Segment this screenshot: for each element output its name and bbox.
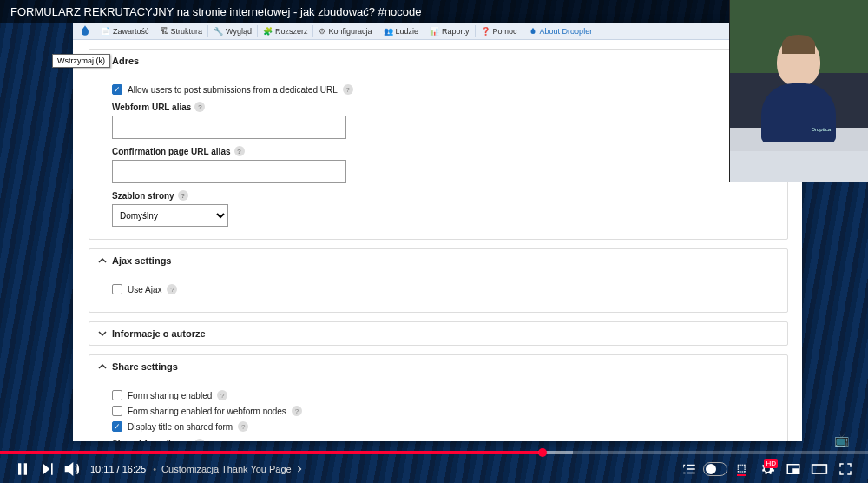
label-shared-theme: Shared form theme? <box>112 439 779 441</box>
people-icon: 👥 <box>384 27 393 36</box>
checkbox-label: Form sharing enabled <box>128 391 212 400</box>
video-title: FORMULARZ REKRUTACYJNY na stronie intern… <box>10 5 422 18</box>
shirt-logo: Droptica <box>812 127 831 132</box>
drupal-logo-icon <box>78 24 92 38</box>
toolbar-item-konfiguracja[interactable]: ⚙Konfiguracja <box>313 23 377 39</box>
checkbox-display-title[interactable]: ✓ Display title on shared form ? <box>112 421 779 432</box>
toolbar-label: Rozszerz <box>275 27 308 36</box>
select-template[interactable]: Domyślny <box>112 204 228 227</box>
appearance-icon: 🔧 <box>214 27 223 36</box>
toolbar-item-ludzie[interactable]: 👥Ludzie <box>378 23 424 39</box>
help-icon[interactable]: ? <box>238 421 248 432</box>
input-webform-alias[interactable] <box>112 116 346 139</box>
checkbox-label: Display title on shared form <box>128 422 233 432</box>
label-template: Szablon strony? <box>112 190 779 201</box>
toolbar-label: Konfiguracja <box>328 27 372 36</box>
help-icon[interactable]: ? <box>234 146 245 156</box>
form-content: Adres ✓ Allow users to post submissions … <box>73 40 802 441</box>
section-adres: Adres ✓ Allow users to post submissions … <box>89 49 788 240</box>
volume-button[interactable] <box>59 457 83 481</box>
toolbar-label: Raporty <box>442 27 470 36</box>
player-controls: 10:11 / 16:25 • Customizacja Thank You P… <box>0 454 868 483</box>
toolbar-label: About Droopler <box>540 27 593 36</box>
admin-toolbar: 📄Zawartość 🏗Struktura 🔧Wygląd 🧩Rozszerz … <box>73 23 802 40</box>
section-title: Ajax settings <box>112 255 171 266</box>
pause-button[interactable] <box>10 457 35 481</box>
section-header-ajax[interactable]: Ajax settings <box>89 249 787 272</box>
droopler-icon <box>529 27 537 36</box>
section-title: Share settings <box>112 361 178 372</box>
extend-icon: 🧩 <box>263 27 273 36</box>
pause-tooltip: Wstrzymaj (k) <box>52 54 110 68</box>
help-icon[interactable]: ? <box>167 284 177 294</box>
help-icon[interactable]: ? <box>217 390 227 400</box>
content-icon: 📄 <box>101 27 110 36</box>
toolbar-label: Pomoc <box>493 27 517 36</box>
fullscreen-button[interactable] <box>833 457 858 481</box>
chevron-down-icon <box>98 329 107 338</box>
presenter-figure: Droptica <box>761 36 836 141</box>
toolbar-label: Zawartość <box>113 27 149 36</box>
captions-button[interactable]: ⬚ <box>729 457 753 481</box>
input-confirm-alias[interactable] <box>112 160 346 183</box>
chevron-up-icon <box>98 256 107 265</box>
presenter-webcam: Droptica <box>729 0 868 182</box>
next-button[interactable] <box>35 457 59 481</box>
svg-rect-2 <box>793 469 798 473</box>
chapters-button[interactable] <box>677 457 701 481</box>
reports-icon: 📊 <box>430 27 439 36</box>
section-header-adres[interactable]: Adres <box>89 50 787 72</box>
toolbar-label: Ludzie <box>396 27 419 36</box>
ambient-mode-icon[interactable]: 📺 <box>834 433 849 447</box>
section-title: Informacje o autorze <box>112 328 206 339</box>
checkbox-allow-url[interactable]: ✓ Allow users to post submissions from a… <box>112 84 779 95</box>
checkbox-label: Allow users to post submissions from a d… <box>128 85 338 95</box>
config-icon: ⚙ <box>319 27 326 36</box>
checkbox-icon <box>112 390 122 400</box>
settings-button[interactable]: HD <box>755 457 779 481</box>
toolbar-item-zawartosc[interactable]: 📄Zawartość <box>95 23 155 39</box>
label-webform-alias: Webform URL alias? <box>112 102 779 112</box>
section-ajax: Ajax settings Use Ajax ? <box>89 248 788 313</box>
checkbox-share-enabled[interactable]: Form sharing enabled ? <box>112 390 779 400</box>
toolbar-item-struktura[interactable]: 🏗Struktura <box>155 23 208 39</box>
help-icon[interactable]: ? <box>194 439 205 441</box>
toolbar-label: Wygląd <box>226 27 252 36</box>
checkbox-icon: ✓ <box>112 421 122 432</box>
checkbox-use-ajax[interactable]: Use Ajax ? <box>112 284 779 294</box>
section-title: Adres <box>112 56 139 66</box>
help-icon[interactable]: ? <box>343 84 353 95</box>
checkbox-icon <box>112 406 122 416</box>
toolbar-item-pomoc[interactable]: ❓Pomoc <box>476 23 523 39</box>
help-icon[interactable]: ? <box>178 190 188 201</box>
svg-rect-3 <box>812 465 827 473</box>
section-share: Share settings Form sharing enabled ? Fo… <box>89 354 788 441</box>
toolbar-item-wyglad[interactable]: 🔧Wygląd <box>208 23 257 39</box>
checkbox-label: Form sharing enabled for webform nodes <box>128 407 286 416</box>
hd-badge: HD <box>764 459 778 468</box>
checkbox-share-nodes[interactable]: Form sharing enabled for webform nodes ? <box>112 406 779 416</box>
toolbar-label: Struktura <box>171 27 203 36</box>
app-window: 📄Zawartość 🏗Struktura 🔧Wygląd 🧩Rozszerz … <box>73 23 802 441</box>
chevron-up-icon <box>98 362 107 371</box>
help-icon[interactable]: ? <box>194 102 205 112</box>
checkbox-icon <box>112 284 122 294</box>
structure-icon: 🏗 <box>161 27 168 36</box>
miniplayer-button[interactable] <box>781 457 806 481</box>
time-display: 10:11 / 16:25 <box>90 464 146 474</box>
toolbar-item-about[interactable]: About Droopler <box>523 23 598 39</box>
chapter-title[interactable]: Customizacja Thank You Page <box>161 464 303 474</box>
checkbox-icon: ✓ <box>112 84 122 95</box>
checkbox-label: Use Ajax <box>128 285 161 294</box>
label-confirm-alias: Confirmation page URL alias? <box>112 146 779 156</box>
section-header-author[interactable]: Informacje o autorze <box>89 322 787 345</box>
section-author: Informacje o autorze <box>89 321 788 346</box>
help-icon[interactable]: ? <box>292 406 302 416</box>
autoplay-toggle[interactable] <box>703 457 727 481</box>
toolbar-item-rozszerz[interactable]: 🧩Rozszerz <box>258 23 313 39</box>
help-icon: ❓ <box>481 27 490 36</box>
section-header-share[interactable]: Share settings <box>89 355 787 378</box>
theater-button[interactable] <box>807 457 832 481</box>
toolbar-item-raporty[interactable]: 📊Raporty <box>424 23 475 39</box>
